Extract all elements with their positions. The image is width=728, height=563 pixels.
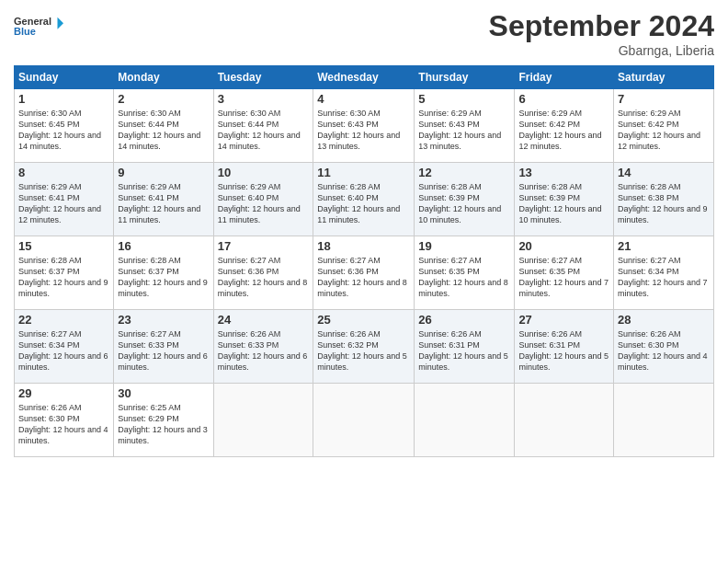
day-number: 11: [317, 166, 410, 179]
day-number: 3: [218, 92, 310, 106]
sunset-text: Sunset: 6:38 PM: [618, 192, 710, 203]
sunrise-text: Sunrise: 6:28 AM: [618, 181, 710, 192]
day-info: Sunrise: 6:26 AM Sunset: 6:30 PM Dayligh…: [18, 402, 109, 447]
daylight-text: Daylight: 12 hours and 3 minutes.: [118, 424, 209, 446]
day-info: Sunrise: 6:30 AM Sunset: 6:44 PM Dayligh…: [218, 108, 310, 153]
day-info: Sunrise: 6:28 AM Sunset: 6:40 PM Dayligh…: [317, 181, 410, 226]
table-row: 23 Sunrise: 6:27 AM Sunset: 6:33 PM Dayl…: [114, 310, 213, 384]
sunrise-text: Sunrise: 6:29 AM: [418, 108, 510, 119]
sunset-text: Sunset: 6:33 PM: [118, 339, 209, 350]
day-number: 14: [618, 166, 710, 179]
sunset-text: Sunset: 6:29 PM: [118, 413, 209, 424]
day-number: 13: [518, 166, 609, 179]
header: General Blue September 2024 Gbarnga, Lib…: [14, 9, 714, 58]
day-info: Sunrise: 6:27 AM Sunset: 6:35 PM Dayligh…: [518, 255, 609, 300]
day-number: 15: [18, 239, 109, 253]
col-friday: Friday: [515, 66, 614, 89]
table-row: 13 Sunrise: 6:28 AM Sunset: 6:39 PM Dayl…: [515, 163, 614, 236]
sunset-text: Sunset: 6:44 PM: [118, 119, 209, 130]
sunrise-text: Sunrise: 6:28 AM: [118, 255, 209, 266]
day-info: Sunrise: 6:26 AM Sunset: 6:33 PM Dayligh…: [218, 328, 310, 373]
day-number: 22: [18, 313, 109, 327]
sunrise-text: Sunrise: 6:29 AM: [218, 181, 310, 192]
daylight-text: Daylight: 12 hours and 9 minutes.: [18, 277, 109, 299]
col-thursday: Thursday: [415, 66, 515, 89]
sunrise-text: Sunrise: 6:29 AM: [18, 181, 109, 192]
sunrise-text: Sunrise: 6:26 AM: [18, 402, 109, 413]
table-row: 29 Sunrise: 6:26 AM Sunset: 6:30 PM Dayl…: [15, 384, 114, 457]
table-row: 14 Sunrise: 6:28 AM Sunset: 6:38 PM Dayl…: [614, 163, 714, 236]
day-info: Sunrise: 6:27 AM Sunset: 6:33 PM Dayligh…: [118, 328, 209, 373]
sunset-text: Sunset: 6:33 PM: [218, 339, 310, 350]
calendar-week-row: 29 Sunrise: 6:26 AM Sunset: 6:30 PM Dayl…: [15, 384, 714, 457]
sunset-text: Sunset: 6:39 PM: [518, 192, 609, 203]
table-row: 24 Sunrise: 6:26 AM Sunset: 6:33 PM Dayl…: [213, 310, 313, 384]
logo-svg: General Blue: [14, 9, 64, 46]
daylight-text: Daylight: 12 hours and 7 minutes.: [518, 277, 609, 299]
daylight-text: Daylight: 12 hours and 8 minutes.: [418, 277, 510, 299]
daylight-text: Daylight: 12 hours and 10 minutes.: [518, 203, 609, 225]
sunrise-text: Sunrise: 6:28 AM: [418, 181, 510, 192]
day-info: Sunrise: 6:29 AM Sunset: 6:42 PM Dayligh…: [618, 108, 710, 153]
daylight-text: Daylight: 12 hours and 13 minutes.: [418, 130, 510, 152]
day-info: Sunrise: 6:26 AM Sunset: 6:31 PM Dayligh…: [418, 328, 510, 373]
sunrise-text: Sunrise: 6:26 AM: [317, 328, 410, 339]
daylight-text: Daylight: 12 hours and 6 minutes.: [18, 350, 109, 373]
day-info: Sunrise: 6:28 AM Sunset: 6:39 PM Dayligh…: [518, 181, 609, 226]
table-row: [313, 384, 415, 457]
table-row: 19 Sunrise: 6:27 AM Sunset: 6:35 PM Dayl…: [415, 236, 515, 310]
day-info: Sunrise: 6:30 AM Sunset: 6:45 PM Dayligh…: [18, 108, 109, 153]
sunset-text: Sunset: 6:30 PM: [18, 413, 109, 424]
sunrise-text: Sunrise: 6:27 AM: [218, 255, 310, 266]
day-info: Sunrise: 6:28 AM Sunset: 6:37 PM Dayligh…: [118, 255, 209, 300]
sunrise-text: Sunrise: 6:28 AM: [518, 181, 609, 192]
calendar-week-row: 8 Sunrise: 6:29 AM Sunset: 6:41 PM Dayli…: [15, 163, 714, 236]
sunrise-text: Sunrise: 6:29 AM: [518, 108, 609, 119]
day-number: 29: [18, 386, 109, 400]
daylight-text: Daylight: 12 hours and 12 minutes.: [18, 203, 109, 225]
day-info: Sunrise: 6:28 AM Sunset: 6:39 PM Dayligh…: [418, 181, 510, 226]
day-number: 18: [317, 239, 410, 253]
table-row: [515, 384, 614, 457]
sunrise-text: Sunrise: 6:28 AM: [317, 181, 410, 192]
table-row: 5 Sunrise: 6:29 AM Sunset: 6:43 PM Dayli…: [415, 89, 515, 163]
sunset-text: Sunset: 6:42 PM: [618, 119, 710, 130]
table-row: [415, 384, 515, 457]
col-monday: Monday: [114, 66, 213, 89]
day-number: 16: [118, 239, 209, 253]
table-row: 8 Sunrise: 6:29 AM Sunset: 6:41 PM Dayli…: [15, 163, 114, 236]
sunset-text: Sunset: 6:37 PM: [118, 266, 209, 277]
daylight-text: Daylight: 12 hours and 5 minutes.: [518, 350, 609, 373]
daylight-text: Daylight: 12 hours and 10 minutes.: [418, 203, 510, 225]
day-number: 17: [218, 239, 310, 253]
table-row: 9 Sunrise: 6:29 AM Sunset: 6:41 PM Dayli…: [114, 163, 213, 236]
day-info: Sunrise: 6:29 AM Sunset: 6:41 PM Dayligh…: [118, 181, 209, 226]
sunset-text: Sunset: 6:36 PM: [218, 266, 310, 277]
table-row: 21 Sunrise: 6:27 AM Sunset: 6:34 PM Dayl…: [614, 236, 714, 310]
table-row: 18 Sunrise: 6:27 AM Sunset: 6:36 PM Dayl…: [313, 236, 415, 310]
day-info: Sunrise: 6:29 AM Sunset: 6:41 PM Dayligh…: [18, 181, 109, 226]
daylight-text: Daylight: 12 hours and 11 minutes.: [317, 203, 410, 225]
day-number: 10: [218, 166, 310, 179]
sunrise-text: Sunrise: 6:29 AM: [118, 181, 209, 192]
day-number: 30: [118, 386, 209, 400]
table-row: 20 Sunrise: 6:27 AM Sunset: 6:35 PM Dayl…: [515, 236, 614, 310]
day-number: 23: [118, 313, 209, 327]
sunset-text: Sunset: 6:37 PM: [18, 266, 109, 277]
table-row: 17 Sunrise: 6:27 AM Sunset: 6:36 PM Dayl…: [213, 236, 313, 310]
sunrise-text: Sunrise: 6:30 AM: [218, 108, 310, 119]
table-row: [614, 384, 714, 457]
sunset-text: Sunset: 6:41 PM: [18, 192, 109, 203]
table-row: 28 Sunrise: 6:26 AM Sunset: 6:30 PM Dayl…: [614, 310, 714, 384]
day-info: Sunrise: 6:26 AM Sunset: 6:32 PM Dayligh…: [317, 328, 410, 373]
daylight-text: Daylight: 12 hours and 14 minutes.: [118, 130, 209, 152]
sunset-text: Sunset: 6:40 PM: [317, 192, 410, 203]
daylight-text: Daylight: 12 hours and 6 minutes.: [218, 350, 310, 373]
day-info: Sunrise: 6:27 AM Sunset: 6:36 PM Dayligh…: [317, 255, 410, 300]
table-row: 4 Sunrise: 6:30 AM Sunset: 6:43 PM Dayli…: [313, 89, 415, 163]
calendar-table: Sunday Monday Tuesday Wednesday Thursday…: [14, 65, 714, 457]
sunset-text: Sunset: 6:35 PM: [418, 266, 510, 277]
table-row: 25 Sunrise: 6:26 AM Sunset: 6:32 PM Dayl…: [313, 310, 415, 384]
sunrise-text: Sunrise: 6:27 AM: [618, 255, 710, 266]
sunset-text: Sunset: 6:32 PM: [317, 339, 410, 350]
